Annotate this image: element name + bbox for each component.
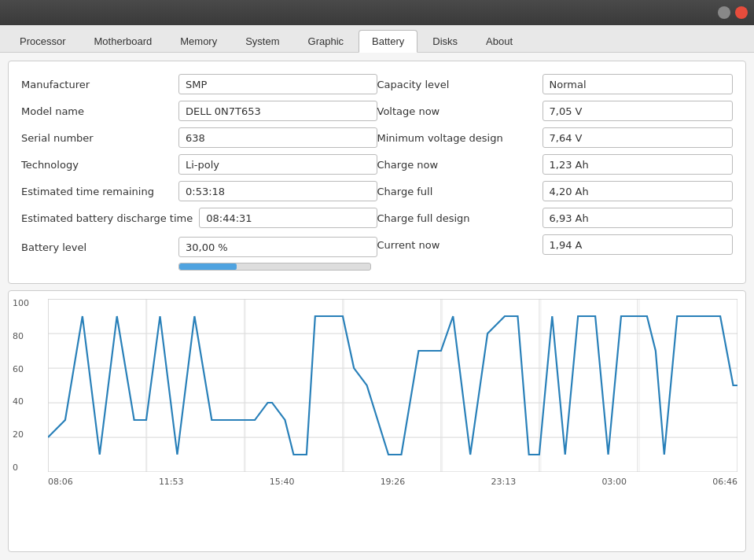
battery-info-panel: Manufacturer SMP Model name DELL 0N7T653… [8,61,746,284]
y-label: 80 [13,332,29,341]
left-field-1: Model name DELL 0N7T653 [21,98,377,124]
tab-memory[interactable]: Memory [167,30,230,52]
info-grid: Manufacturer SMP Model name DELL 0N7T653… [21,71,733,274]
x-label: 06:46 [712,477,737,487]
x-label: 11:53 [159,477,184,487]
field-label-0: Manufacturer [21,79,178,90]
field-label-3: Technology [21,159,178,171]
left-field-2: Serial number 638 [21,124,377,151]
right-field-1: Voltage now 7,05 V [377,98,734,124]
left-field-4: Estimated time remaining 0:53:18 [21,178,377,204]
content-area: Manufacturer SMP Model name DELL 0N7T653… [0,53,754,560]
right-label-0: Capacity level [377,79,543,90]
x-label: 03:00 [601,477,627,487]
field-value-3: Li-poly [178,154,377,175]
left-field-3: Technology Li-poly [21,151,377,178]
x-label: 15:40 [270,477,295,487]
field-label-1: Model name [21,105,178,117]
right-value-5: 6,93 Ah [543,208,734,228]
chart-area: 020406080100 [48,299,737,472]
right-value-2: 7,64 V [543,127,734,148]
battery-progress-bar [178,263,371,271]
right-label-5: Charge full design [377,212,543,224]
right-field-2: Minimum voltage design 7,64 V [377,124,734,151]
right-value-3: 1,23 Ah [543,154,734,175]
y-label: 40 [13,397,29,406]
tab-graphic[interactable]: Graphic [295,30,358,52]
battery-level-value: 30,00 % [178,237,377,257]
right-value-1: 7,05 V [543,101,734,121]
right-label-6: Current now [377,239,543,251]
tab-motherboard[interactable]: Motherboard [81,30,166,52]
field-value-5: 08:44:31 [199,208,377,228]
right-field-5: Charge full design 6,93 Ah [377,204,734,231]
right-value-6: 1,94 A [543,234,734,255]
left-col: Manufacturer SMP Model name DELL 0N7T653… [21,71,377,274]
tab-system[interactable]: System [232,30,292,52]
right-field-4: Charge full 4,20 Ah [377,178,734,204]
x-label: 08:06 [48,477,73,487]
close-button[interactable] [735,6,748,19]
window-controls [718,6,748,19]
x-axis-labels: 08:0611:5315:4019:2623:1303:0006:46 [48,477,737,487]
right-field-0: Capacity level Normal [377,71,734,98]
x-label: 19:26 [381,477,406,487]
y-label: 60 [13,365,29,374]
chart-panel: 020406080100 [8,290,746,552]
right-field-3: Charge now 1,23 Ah [377,151,734,178]
right-col: Capacity level Normal Voltage now 7,05 V… [377,71,734,274]
battery-level-field: Battery level 30,00 % [21,231,377,274]
right-value-4: 4,20 Ah [543,181,734,201]
right-label-1: Voltage now [377,105,543,117]
right-label-4: Charge full [377,186,543,197]
field-value-1: DELL 0N7T653 [178,101,377,121]
y-axis-labels: 020406080100 [13,299,29,472]
y-label: 20 [13,430,29,439]
field-label-4: Estimated time remaining [21,186,178,197]
field-value-4: 0:53:18 [178,181,377,201]
right-label-2: Minimum voltage design [377,132,543,144]
y-label: 100 [13,299,29,308]
right-field-6: Current now 1,94 A [377,231,734,258]
battery-chart [48,299,737,472]
tab-bar: ProcessorMotherboardMemorySystemGraphicB… [0,25,754,53]
field-label-2: Serial number [21,132,178,144]
x-label: 23:13 [491,477,517,487]
main-window: ProcessorMotherboardMemorySystemGraphicB… [0,25,754,560]
tab-about[interactable]: About [473,30,526,52]
battery-level-label: Battery level [21,241,178,253]
field-label-5: Estimated battery discharge time [21,212,199,224]
minimize-button[interactable] [718,6,730,19]
titlebar [0,0,754,25]
left-field-0: Manufacturer SMP [21,71,377,98]
tab-processor[interactable]: Processor [6,30,79,52]
right-value-0: Normal [543,74,734,94]
field-value-0: SMP [178,74,377,94]
tab-disks[interactable]: Disks [419,30,471,52]
right-label-3: Charge now [377,159,543,171]
left-field-5: Estimated battery discharge time 08:44:3… [21,204,377,231]
field-value-2: 638 [178,127,377,148]
tab-battery[interactable]: Battery [359,30,417,53]
y-label: 0 [13,463,29,472]
